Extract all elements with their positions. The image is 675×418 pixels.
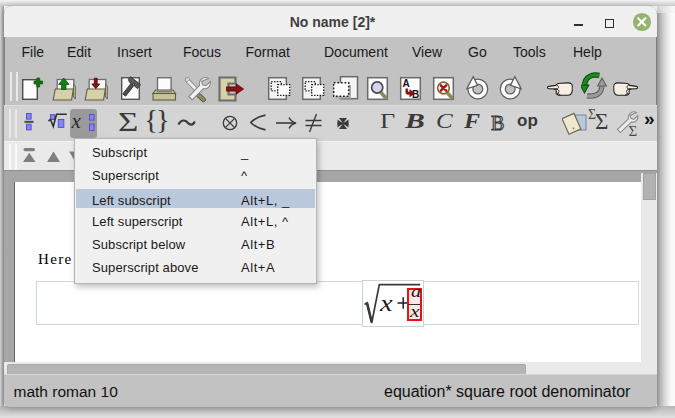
svg-text:Σ: Σ — [629, 123, 638, 138]
svg-text:A: A — [402, 78, 409, 89]
svg-text:B: B — [491, 114, 504, 133]
